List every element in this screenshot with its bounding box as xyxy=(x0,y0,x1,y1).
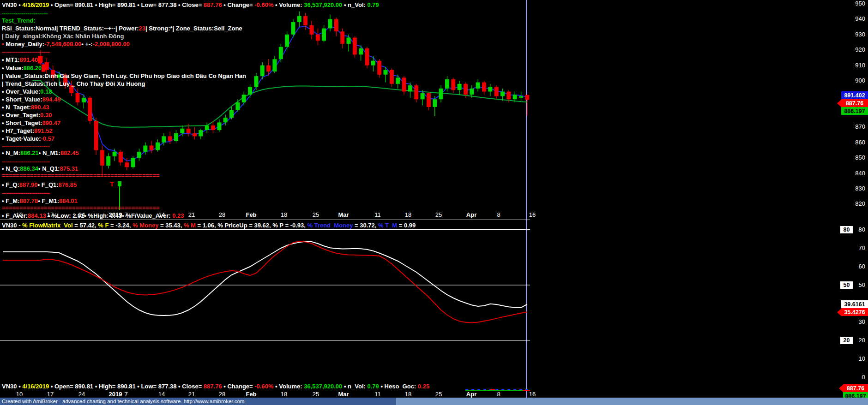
candle-body xyxy=(260,66,265,76)
text-segment: • F_Q1: xyxy=(38,181,59,188)
date-tick-label: 21 xyxy=(188,211,195,218)
text-segment: 882.45 xyxy=(60,149,79,156)
text-segment: 894.49 xyxy=(42,96,61,103)
text-segment: | Daily_singal:Không Xác Nhận Hành Động xyxy=(2,33,124,40)
candle-body xyxy=(143,146,147,152)
candle-body xyxy=(193,133,197,137)
candle-body xyxy=(266,66,271,71)
bottom-label-close: 887.76 xyxy=(843,384,868,392)
text-segment: 876.85 xyxy=(59,181,77,188)
date-tick-label: 25 xyxy=(435,211,442,218)
date-tick-label: 24 xyxy=(78,211,85,218)
candle-body xyxy=(82,98,86,102)
text-segment: = 0.99 xyxy=(397,222,416,229)
candle-body xyxy=(458,84,462,90)
overlay-line: • F_Q:887.90• F_Q1:876.85 xyxy=(2,181,77,189)
date-tick-label: Apr xyxy=(466,211,476,218)
text-segment: | Trend_Status:Tich Luy _ Cho Thay Đôi X… xyxy=(2,80,145,87)
text-segment: 0.79 xyxy=(367,383,379,390)
text-segment: • Taget-Value: xyxy=(2,135,41,142)
candle-body xyxy=(229,110,234,118)
text-segment: 0.30 xyxy=(40,112,52,119)
candle-body xyxy=(482,83,486,92)
date-tick-label: Feb xyxy=(246,391,256,398)
candle-body xyxy=(365,48,369,66)
date-tick-label: 18 xyxy=(405,211,411,218)
text-segment: • Change= xyxy=(222,383,255,390)
candle-body xyxy=(359,48,363,54)
text-segment: -2,008,800.00 xyxy=(93,41,130,48)
heso-goc-mini-dash-red xyxy=(490,389,495,390)
date-tick-label: 8 xyxy=(497,391,500,398)
candle-body xyxy=(100,150,104,166)
candle-body xyxy=(445,79,449,89)
text-segment: • H7_Taget: xyxy=(2,127,34,134)
date-tick-label: 17 xyxy=(47,211,54,218)
flow-gridline-value-box: 80 xyxy=(840,226,853,233)
candle-body xyxy=(113,152,117,156)
candle-body xyxy=(235,102,240,110)
candle-body xyxy=(476,83,480,89)
candle-body xyxy=(414,85,418,99)
price-pane-header: VN30 • 4/16/2019 • Open= 890.81 • High= … xyxy=(2,1,379,9)
overlay-line: ------------------------ xyxy=(2,189,50,197)
flow-series-priceup-white xyxy=(3,242,527,316)
text-segment: -0.57 xyxy=(41,135,55,142)
text-segment: 891.40 xyxy=(20,56,38,63)
candle-body xyxy=(371,61,375,66)
overlay-line: • Short_Taget:890.47 xyxy=(2,119,60,127)
candle-body xyxy=(377,61,381,75)
text-segment: • Volume: xyxy=(273,383,304,390)
text-segment: % FlowMatrix_Vol xyxy=(22,222,73,229)
text-segment: = 1.06, xyxy=(196,222,217,229)
candle-body xyxy=(488,87,492,92)
text-segment: -0.60% xyxy=(254,383,273,390)
candle-body xyxy=(217,122,221,130)
text-segment: RSI_Status:Normal| TREND_Status:--+--| P… xyxy=(2,25,139,32)
text-segment: -0.60% xyxy=(254,1,273,8)
candle-body xyxy=(464,84,468,95)
candle-body xyxy=(211,125,215,130)
text-segment: VN30 • xyxy=(2,1,22,8)
flow-tick-label: 50 xyxy=(859,281,865,289)
overlay-line: • MT1:891.40▊ xyxy=(2,56,42,64)
text-segment: 887.76 xyxy=(204,1,222,8)
text-segment: 0.79 xyxy=(367,1,379,8)
overlay-line: • Value:886.20▊ xyxy=(2,64,46,72)
date-tick-label: 28 xyxy=(219,211,225,218)
text-segment: % T_M xyxy=(378,222,397,229)
candle-body xyxy=(396,77,400,83)
text-segment: 886.21 xyxy=(20,149,39,156)
text-segment: • Short_Value: xyxy=(2,96,42,103)
flowmatrix-pane-chart[interactable] xyxy=(0,226,536,383)
overlay-line: ------------------------ xyxy=(2,48,50,56)
text-segment: 890.43 xyxy=(31,104,49,111)
candle-body xyxy=(150,146,154,150)
text-segment: • Value: xyxy=(2,65,23,71)
price-label-close: 887.76 xyxy=(841,99,868,107)
flow-tick-label: 80 xyxy=(859,226,865,233)
candle-body xyxy=(125,162,129,167)
text-segment: 0.18 xyxy=(40,88,52,95)
date-tick-label: 7 xyxy=(124,211,127,218)
candle-body xyxy=(525,95,529,100)
candle-body xyxy=(328,19,332,28)
candle-body xyxy=(427,93,431,107)
overlay-line: RSI_Status:Normal| TREND_Status:--+--| P… xyxy=(2,24,242,32)
candle-body xyxy=(303,16,307,25)
candle-body xyxy=(297,16,301,22)
candle-body xyxy=(494,87,499,96)
candle-body xyxy=(340,31,344,44)
date-tick-label: 28 xyxy=(219,391,225,398)
text-segment: VN30 • xyxy=(2,383,22,390)
text-segment: VN30 - xyxy=(2,222,22,229)
overlay-line: • Taget-Value:-0.57 xyxy=(2,135,54,143)
candle-body xyxy=(408,85,412,91)
text-segment: = -3.24, xyxy=(108,222,133,229)
date-tick-label: 18 xyxy=(281,391,287,398)
flowmatrix-pane-title: VN30 - % FlowMatrix_Vol = 57.42, % F = -… xyxy=(2,221,416,229)
candle-body xyxy=(439,89,443,99)
text-segment: 887.78 xyxy=(20,197,38,204)
candle-body xyxy=(199,130,203,136)
date-tick-label: 25 xyxy=(313,391,319,398)
